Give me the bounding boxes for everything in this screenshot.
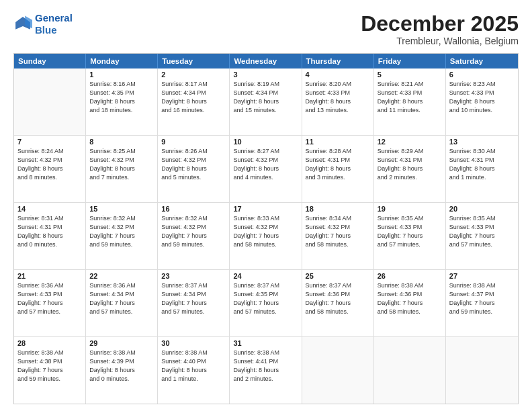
cell-line-2: Daylight: 7 hours	[233, 299, 298, 308]
cell-line-3: and 16 minutes.	[161, 106, 226, 115]
cell-line-3: and 58 minutes.	[378, 308, 442, 316]
cell-line-2: Daylight: 8 hours	[378, 97, 442, 106]
cell-line-2: Daylight: 7 hours	[17, 299, 82, 308]
day-number: 5	[378, 71, 442, 79]
cell-line-2: Daylight: 8 hours	[161, 97, 226, 106]
day-number: 3	[233, 71, 298, 79]
cell-line-1: Sunset: 4:37 PM	[449, 290, 515, 299]
day-number: 4	[306, 71, 370, 79]
empty-cell	[302, 337, 374, 404]
day-number: 12	[378, 138, 442, 146]
cell-line-1: Sunset: 4:35 PM	[233, 290, 298, 299]
day-number: 19	[378, 205, 442, 213]
cell-line-1: Sunset: 4:31 PM	[449, 156, 515, 165]
cell-line-3: and 4 minutes.	[233, 173, 298, 182]
cell-line-3: and 11 minutes.	[378, 106, 442, 115]
cell-line-0: Sunrise: 8:30 AM	[449, 147, 515, 156]
day-number: 1	[89, 71, 154, 79]
header-day-tuesday: Tuesday	[158, 54, 230, 68]
header-day-wednesday: Wednesday	[230, 54, 302, 68]
day-number: 2	[161, 71, 226, 79]
cell-line-2: Daylight: 7 hours	[89, 232, 154, 240]
cell-line-3: and 5 minutes.	[161, 173, 226, 182]
cell-line-3: and 59 minutes.	[89, 240, 154, 249]
day-cell-22: 22Sunrise: 8:36 AMSunset: 4:34 PMDayligh…	[86, 270, 158, 336]
cell-line-1: Sunset: 4:32 PM	[233, 156, 298, 165]
cell-line-0: Sunrise: 8:38 AM	[449, 281, 515, 290]
cell-line-2: Daylight: 8 hours	[233, 97, 298, 106]
empty-cell	[14, 68, 86, 135]
cell-line-0: Sunrise: 8:36 AM	[17, 281, 82, 290]
day-cell-6: 6Sunrise: 8:23 AMSunset: 4:33 PMDaylight…	[446, 68, 518, 135]
cell-line-0: Sunrise: 8:37 AM	[161, 281, 226, 290]
day-cell-1: 1Sunrise: 8:16 AMSunset: 4:35 PMDaylight…	[86, 68, 158, 135]
main-title: December 2025	[361, 12, 519, 36]
cell-line-2: Daylight: 7 hours	[449, 299, 515, 308]
cell-line-0: Sunrise: 8:31 AM	[17, 214, 82, 223]
header: General Blue December 2025 Trembleur, Wa…	[13, 12, 519, 46]
cell-line-3: and 57 minutes.	[233, 308, 298, 316]
day-number: 6	[449, 71, 515, 79]
day-cell-13: 13Sunrise: 8:30 AMSunset: 4:31 PMDayligh…	[446, 136, 518, 202]
cell-line-0: Sunrise: 8:38 AM	[17, 349, 82, 357]
cell-line-1: Sunset: 4:35 PM	[89, 89, 154, 97]
cell-line-0: Sunrise: 8:35 AM	[449, 214, 515, 223]
cell-line-0: Sunrise: 8:38 AM	[233, 349, 298, 357]
cell-line-0: Sunrise: 8:20 AM	[306, 80, 370, 89]
cell-line-1: Sunset: 4:32 PM	[17, 156, 82, 165]
cell-line-2: Daylight: 8 hours	[449, 97, 515, 106]
week-row-4: 21Sunrise: 8:36 AMSunset: 4:33 PMDayligh…	[14, 270, 518, 337]
week-row-1: 1Sunrise: 8:16 AMSunset: 4:35 PMDaylight…	[14, 68, 518, 136]
day-cell-17: 17Sunrise: 8:33 AMSunset: 4:32 PMDayligh…	[230, 203, 302, 269]
cell-line-1: Sunset: 4:34 PM	[161, 89, 226, 97]
day-cell-24: 24Sunrise: 8:37 AMSunset: 4:35 PMDayligh…	[230, 270, 302, 336]
cell-line-0: Sunrise: 8:23 AM	[449, 80, 515, 89]
cell-line-2: Daylight: 8 hours	[306, 97, 370, 106]
day-cell-5: 5Sunrise: 8:21 AMSunset: 4:33 PMDaylight…	[374, 68, 446, 135]
cell-line-2: Daylight: 7 hours	[306, 232, 370, 240]
cell-line-3: and 10 minutes.	[449, 106, 515, 115]
cell-line-3: and 57 minutes.	[449, 240, 515, 249]
cell-line-2: Daylight: 7 hours	[17, 366, 82, 375]
cell-line-2: Daylight: 7 hours	[89, 299, 154, 308]
cell-line-1: Sunset: 4:33 PM	[378, 89, 442, 97]
cell-line-3: and 13 minutes.	[306, 106, 370, 115]
cell-line-3: and 15 minutes.	[233, 106, 298, 115]
title-block: December 2025 Trembleur, Wallonia, Belgi…	[361, 12, 519, 46]
cell-line-2: Daylight: 8 hours	[89, 97, 154, 106]
day-cell-2: 2Sunrise: 8:17 AMSunset: 4:34 PMDaylight…	[158, 68, 230, 135]
day-number: 23	[161, 272, 226, 280]
cell-line-3: and 58 minutes.	[306, 240, 370, 249]
cell-line-0: Sunrise: 8:32 AM	[89, 214, 154, 223]
day-number: 24	[233, 272, 298, 280]
cell-line-1: Sunset: 4:33 PM	[378, 223, 442, 232]
cell-line-2: Daylight: 7 hours	[449, 232, 515, 240]
day-number: 17	[233, 205, 298, 213]
cell-line-2: Daylight: 7 hours	[161, 232, 226, 240]
day-number: 29	[89, 339, 154, 347]
cell-line-0: Sunrise: 8:36 AM	[89, 281, 154, 290]
day-number: 18	[306, 205, 370, 213]
day-cell-4: 4Sunrise: 8:20 AMSunset: 4:33 PMDaylight…	[302, 68, 374, 135]
cell-line-2: Daylight: 8 hours	[306, 165, 370, 173]
cell-line-3: and 58 minutes.	[233, 240, 298, 249]
day-cell-31: 31Sunrise: 8:38 AMSunset: 4:41 PMDayligh…	[230, 337, 302, 404]
cell-line-2: Daylight: 8 hours	[17, 165, 82, 173]
day-cell-19: 19Sunrise: 8:35 AMSunset: 4:33 PMDayligh…	[374, 203, 446, 269]
cell-line-2: Daylight: 7 hours	[306, 299, 370, 308]
cell-line-1: Sunset: 4:32 PM	[233, 223, 298, 232]
cell-line-0: Sunrise: 8:37 AM	[306, 281, 370, 290]
empty-cell	[374, 337, 446, 404]
cell-line-1: Sunset: 4:39 PM	[89, 357, 154, 366]
cell-line-3: and 0 minutes.	[89, 375, 154, 383]
cell-line-2: Daylight: 7 hours	[378, 299, 442, 308]
cell-line-0: Sunrise: 8:34 AM	[306, 214, 370, 223]
day-number: 25	[306, 272, 370, 280]
cell-line-1: Sunset: 4:31 PM	[378, 156, 442, 165]
header-day-monday: Monday	[86, 54, 158, 68]
cell-line-3: and 59 minutes.	[17, 375, 82, 383]
day-number: 9	[161, 138, 226, 146]
cell-line-1: Sunset: 4:32 PM	[306, 223, 370, 232]
cell-line-1: Sunset: 4:34 PM	[161, 290, 226, 299]
cell-line-0: Sunrise: 8:38 AM	[89, 349, 154, 357]
